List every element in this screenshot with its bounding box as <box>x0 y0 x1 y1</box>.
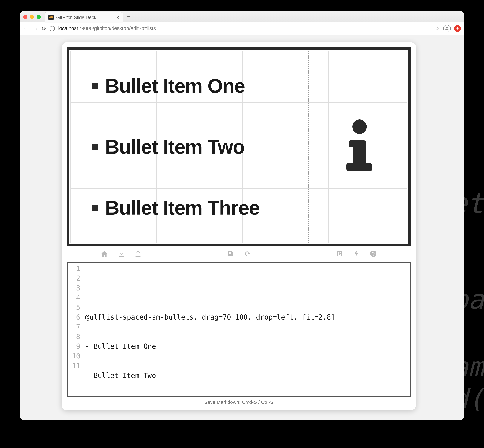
bolt-button[interactable] <box>353 250 360 258</box>
browser-window: GP GitPitch Slide Deck × + ← → ⟳ i local… <box>20 11 464 420</box>
code-line[interactable]: - Bullet Item Two <box>85 371 335 381</box>
code-line[interactable]: @ul[list-spaced-sm-bullets, drag=70 100,… <box>85 312 335 322</box>
address-bar[interactable]: localhost:9000/gitpitch/desktop/edit?p=l… <box>58 26 431 32</box>
back-button[interactable]: ← <box>23 25 29 32</box>
slide-left-region: Bullet Item One Bullet Item Two Bullet I… <box>69 50 308 244</box>
svg-point-0 <box>352 120 367 134</box>
bullet-marker-icon <box>92 144 98 150</box>
close-window-button[interactable] <box>23 15 27 19</box>
browser-toolbar: ← → ⟳ i localhost:9000/gitpitch/desktop/… <box>20 23 464 35</box>
bullet-marker-icon <box>92 83 98 89</box>
new-tab-button[interactable]: + <box>126 13 130 20</box>
expand-button[interactable] <box>336 250 343 258</box>
code-line[interactable] <box>85 283 335 293</box>
bookmark-star-icon[interactable]: ☆ <box>435 25 440 32</box>
status-bar: Save Markdown: Cmd-S / Ctrl-S <box>67 397 411 405</box>
reload-button[interactable]: ⟳ <box>42 25 46 32</box>
bullet-text: Bullet Item Two <box>105 136 244 158</box>
minimize-window-button[interactable] <box>30 15 34 19</box>
page-content: Bullet Item One Bullet Item Two Bullet I… <box>20 35 464 420</box>
line-gutter: 1234567891011 <box>67 263 83 396</box>
refresh-button[interactable] <box>243 250 251 258</box>
maximize-window-button[interactable] <box>37 15 41 19</box>
browser-tab[interactable]: GP GitPitch Slide Deck × <box>45 12 123 23</box>
url-host: localhost <box>58 26 78 32</box>
bullet-text: Bullet Item One <box>105 75 245 97</box>
extension-badge-icon[interactable]: ✦ <box>454 25 461 32</box>
tab-title: GitPitch Slide Deck <box>56 15 114 20</box>
code-content[interactable]: @ul[list-spaced-sm-bullets, drag=70 100,… <box>83 263 338 396</box>
editor-panel: Bullet Item One Bullet Item Two Bullet I… <box>62 42 416 410</box>
bullet-marker-icon <box>92 205 98 211</box>
window-controls <box>23 15 41 19</box>
upload-button[interactable] <box>134 250 142 258</box>
site-info-icon[interactable]: i <box>49 26 55 31</box>
help-button[interactable] <box>370 250 377 258</box>
bullet-item: Bullet Item One <box>92 75 301 97</box>
tab-close-icon[interactable]: × <box>116 15 119 20</box>
slide-right-region <box>308 50 408 244</box>
forward-button[interactable]: → <box>32 25 39 32</box>
bullet-text: Bullet Item Three <box>105 197 259 219</box>
bullet-item: Bullet Item Three <box>92 197 301 219</box>
profile-avatar-icon[interactable] <box>443 25 451 32</box>
save-button[interactable] <box>227 250 234 258</box>
slide-preview: Bullet Item One Bullet Item Two Bullet I… <box>67 48 411 246</box>
url-path: :9000/gitpitch/desktop/edit?p=lists <box>80 26 156 32</box>
home-button[interactable] <box>101 250 108 258</box>
code-line[interactable]: - Bullet Item One <box>85 342 335 351</box>
download-button[interactable] <box>117 250 125 258</box>
tab-favicon: GP <box>48 15 54 20</box>
info-icon <box>343 118 373 175</box>
bullet-item: Bullet Item Two <box>92 136 301 158</box>
markdown-editor[interactable]: 1234567891011 @ul[list-spaced-sm-bullets… <box>67 262 411 397</box>
browser-titlebar: GP GitPitch Slide Deck × + <box>20 11 464 23</box>
editor-toolbar <box>67 246 411 262</box>
